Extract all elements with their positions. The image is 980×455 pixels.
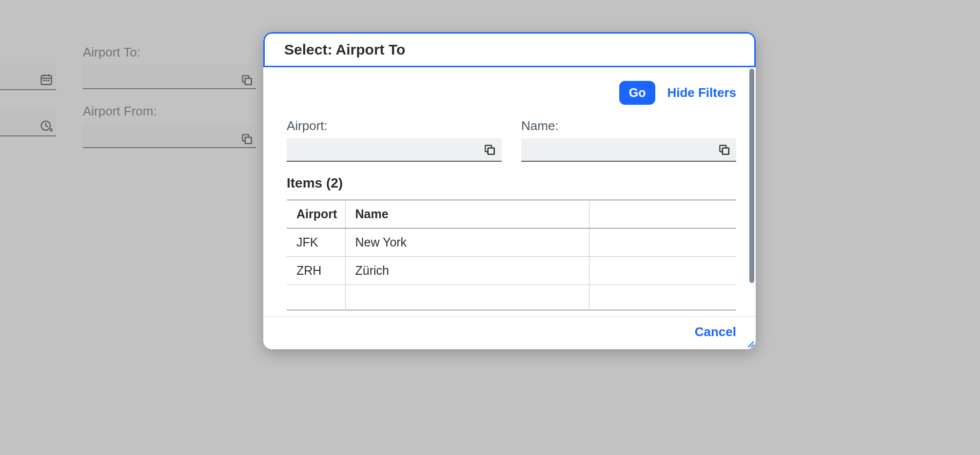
dialog-footer: Cancel xyxy=(263,316,756,349)
dialog-toolbar: Go Hide Filters xyxy=(287,81,736,105)
filter-airport-input-wrap[interactable] xyxy=(287,138,502,162)
filter-name: Name: xyxy=(521,118,736,162)
resize-handle[interactable] xyxy=(746,340,754,347)
filter-row: Airport: Name: xyxy=(287,118,736,162)
col-airport[interactable]: Airport xyxy=(287,200,345,228)
filter-airport-input[interactable] xyxy=(294,143,482,156)
svg-line-24 xyxy=(748,341,754,347)
dialog-title: Select: Airport To xyxy=(284,41,735,58)
scrollbar-thumb[interactable] xyxy=(749,69,754,283)
dialog-body: Go Hide Filters Airport: xyxy=(263,67,756,316)
col-spacer xyxy=(589,200,736,228)
filter-name-input[interactable] xyxy=(528,143,717,156)
filter-name-input-wrap[interactable] xyxy=(521,138,736,162)
svg-rect-19 xyxy=(488,148,494,154)
svg-rect-22 xyxy=(723,148,729,154)
filter-airport-label: Airport: xyxy=(287,118,502,133)
filter-airport: Airport: xyxy=(287,118,502,162)
filter-airport-value-help[interactable] xyxy=(482,142,497,157)
cancel-button[interactable]: Cancel xyxy=(695,324,736,340)
cell-airport: ZRH xyxy=(287,257,345,285)
cell-airport: JFK xyxy=(287,228,345,257)
go-button[interactable]: Go xyxy=(619,81,656,105)
table-row[interactable]: ZRH Zürich xyxy=(287,257,736,285)
value-help-icon xyxy=(483,143,496,156)
value-help-icon xyxy=(718,143,730,156)
select-dialog: Select: Airport To Go Hide Filters Airpo… xyxy=(263,32,756,349)
filter-name-value-help[interactable] xyxy=(717,142,731,157)
cell-spacer xyxy=(589,257,736,285)
hide-filters-button[interactable]: Hide Filters xyxy=(667,85,736,100)
cell-spacer xyxy=(589,228,736,257)
filter-name-label: Name: xyxy=(521,118,736,133)
table-header-row: Airport Name xyxy=(287,200,736,228)
items-table: Airport Name JFK New York ZRH Zürich xyxy=(287,200,736,310)
dialog-header: Select: Airport To xyxy=(263,32,756,67)
table-row-empty xyxy=(287,285,736,310)
cell-name: Zürich xyxy=(345,257,589,285)
col-name[interactable]: Name xyxy=(345,200,589,228)
cell-name: New York xyxy=(345,228,589,257)
table-row[interactable]: JFK New York xyxy=(287,228,736,257)
items-heading: Items (2) xyxy=(287,175,736,191)
